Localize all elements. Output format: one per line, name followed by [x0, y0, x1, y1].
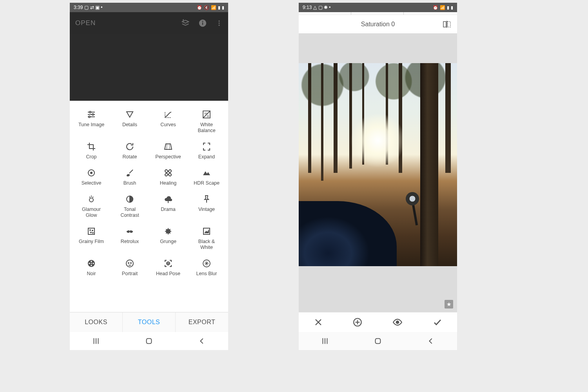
- tool-tonal-contrast[interactable]: TonalContrast: [111, 192, 149, 220]
- sparkle-icon: [86, 194, 96, 204]
- tool-curves[interactable]: Curves: [149, 108, 187, 135]
- tool-white-balance[interactable]: WBWhiteBalance: [187, 108, 226, 135]
- tool-details[interactable]: Details: [111, 108, 149, 135]
- status-time: 3:39: [74, 5, 83, 10]
- tool-label: GlamourGlow: [82, 207, 101, 218]
- svg-point-3: [219, 20, 220, 22]
- face-scan-icon: [163, 258, 173, 269]
- tool-label: Details: [122, 122, 137, 128]
- phone-editing-view: 9:13 △ ▢ ✺ • ⏰ 📶 ▮ ▮ Saturation 0: [299, 3, 457, 350]
- tool-head-pose[interactable]: Head Pose: [149, 257, 187, 278]
- preview-toggle-button[interactable]: [387, 314, 408, 330]
- tool-perspective[interactable]: Perspective: [149, 140, 187, 162]
- tab-export[interactable]: EXPORT: [176, 312, 228, 332]
- android-status-bar: 3:39 ▢ ⇄ ▣ • ⏰ 🔇 📶 ▮ ▮: [70, 3, 228, 12]
- svg-point-10: [92, 114, 94, 115]
- tool-noir[interactable]: Noir: [72, 257, 111, 278]
- tool-black-white[interactable]: Black &White: [187, 225, 226, 252]
- info-icon[interactable]: [198, 19, 207, 27]
- grunge-icon: [163, 226, 173, 236]
- tool-label: Retrolux: [121, 239, 139, 245]
- svg-point-30: [92, 230, 93, 231]
- half-circle-icon: [125, 194, 135, 204]
- tool-label: Rotate: [123, 154, 137, 160]
- tool-label: Grunge: [160, 239, 176, 245]
- tool-label: Head Pose: [156, 271, 180, 277]
- photo-canvas-area[interactable]: ★: [299, 33, 457, 312]
- app-header: OPEN: [70, 12, 228, 34]
- photo-preview[interactable]: [299, 63, 457, 266]
- sliders-icon: [86, 109, 96, 120]
- tool-portrait[interactable]: Portrait: [111, 257, 149, 278]
- pin-icon: [201, 194, 212, 204]
- tab-looks[interactable]: LOOKS: [70, 312, 123, 332]
- svg-point-5: [219, 25, 220, 26]
- open-button[interactable]: OPEN: [75, 19, 181, 27]
- nav-recent-icon[interactable]: [320, 337, 330, 345]
- status-signal-icon: ▮: [447, 5, 449, 10]
- favorite-badge-icon[interactable]: ★: [445, 300, 453, 309]
- add-adjustment-button[interactable]: [348, 314, 367, 330]
- tab-tools[interactable]: TOOLS: [123, 312, 176, 332]
- histogram-strip: [299, 12, 457, 15]
- svg-point-62: [396, 321, 399, 324]
- face-icon: [125, 258, 135, 269]
- svg-rect-28: [88, 228, 94, 234]
- rotate-icon: [125, 142, 135, 152]
- svg-point-46: [169, 263, 169, 263]
- tool-label: Perspective: [155, 154, 181, 160]
- svg-line-18: [169, 144, 170, 149]
- status-misc-icons: △ ▢ ✺ •: [313, 5, 330, 10]
- tool-brush[interactable]: Brush: [111, 166, 149, 188]
- tool-drama[interactable]: Drama: [149, 192, 187, 220]
- tool-label: Drama: [161, 207, 176, 212]
- tool-vintage[interactable]: Vintage: [187, 192, 226, 220]
- compare-icon[interactable]: [442, 20, 452, 29]
- reel-icon: [86, 258, 96, 269]
- nav-recent-icon[interactable]: [91, 337, 101, 345]
- tool-hdr-scape[interactable]: HDR Scape: [187, 166, 226, 188]
- tool-grainy-film[interactable]: Grainy Film: [72, 225, 111, 252]
- svg-rect-66: [376, 339, 381, 344]
- tool-label: WhiteBalance: [198, 122, 215, 134]
- svg-marker-12: [127, 112, 133, 117]
- status-misc-icons: ▢ ⇄ ▣ •: [84, 5, 102, 10]
- apply-button[interactable]: [428, 314, 447, 330]
- curves-icon: [163, 109, 173, 120]
- adjustment-readout[interactable]: Saturation 0: [299, 15, 457, 34]
- tool-label: Black &White: [198, 239, 215, 250]
- nav-home-icon[interactable]: [373, 337, 383, 345]
- nav-back-icon[interactable]: [426, 337, 436, 345]
- svg-point-40: [91, 263, 92, 264]
- tool-label: Healing: [160, 180, 176, 186]
- tool-lens-blur[interactable]: Lens Blur: [187, 257, 226, 278]
- status-signal-icon: ▮: [218, 5, 220, 10]
- cloud-icon: [163, 194, 173, 204]
- tool-glamour-glow[interactable]: GlamourGlow: [72, 192, 111, 220]
- status-battery-icon: ▮: [451, 5, 453, 10]
- perspective-icon: [163, 142, 173, 152]
- tool-healing[interactable]: Healing: [149, 166, 187, 188]
- tool-label: TonalContrast: [120, 207, 139, 218]
- svg-marker-23: [203, 171, 210, 175]
- overflow-menu-icon[interactable]: [216, 19, 223, 27]
- tools-grid: Tune ImageDetailsCurvesWBWhiteBalanceCro…: [70, 101, 228, 278]
- tool-tune-image[interactable]: Tune Image: [72, 108, 111, 135]
- tool-label: Crop: [86, 154, 96, 160]
- grain-icon: [86, 226, 96, 236]
- tool-grunge[interactable]: Grunge: [149, 225, 187, 252]
- android-nav-bar: [299, 332, 457, 350]
- tool-selective[interactable]: Selective: [72, 166, 111, 188]
- nav-home-icon[interactable]: [144, 337, 154, 345]
- layers-icon[interactable]: [181, 19, 190, 27]
- tool-crop[interactable]: Crop: [72, 140, 111, 162]
- tool-retrolux[interactable]: Retrolux: [111, 225, 149, 252]
- cancel-button[interactable]: [309, 314, 328, 330]
- svg-point-32: [93, 232, 93, 233]
- svg-point-39: [93, 263, 94, 264]
- nav-back-icon[interactable]: [197, 337, 207, 345]
- bw-icon: [201, 226, 212, 236]
- tool-rotate[interactable]: Rotate: [111, 140, 149, 162]
- tool-expand[interactable]: Expand: [187, 140, 226, 162]
- phone-tools-panel: 3:39 ▢ ⇄ ▣ • ⏰ 🔇 📶 ▮ ▮ OPEN Tune ImageDe…: [70, 3, 228, 350]
